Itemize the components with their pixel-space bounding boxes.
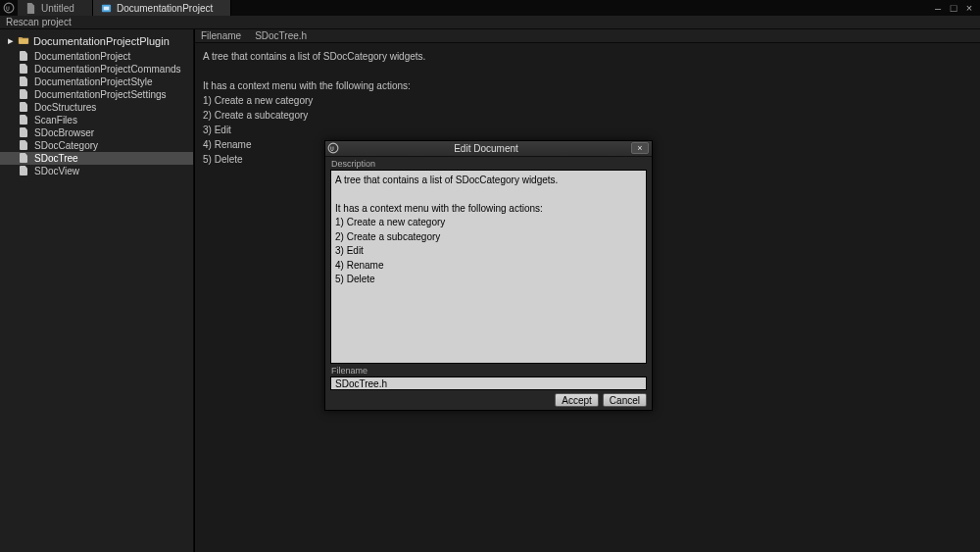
filename-header-label: Filename xyxy=(201,30,241,41)
window-controls: – □ × xyxy=(931,0,980,16)
tree-item[interactable]: DocumentationProject xyxy=(0,50,193,63)
cancel-button[interactable]: Cancel xyxy=(603,393,647,407)
dialog-title: Edit Document xyxy=(341,143,631,154)
file-icon xyxy=(20,64,29,75)
folder-open-icon xyxy=(18,35,29,47)
tree-item-label: ScanFiles xyxy=(34,115,77,125)
rescan-label: Rescan project xyxy=(6,17,72,27)
filename-input[interactable] xyxy=(330,376,647,390)
description-textarea[interactable] xyxy=(330,170,647,364)
tree-item[interactable]: ScanFiles xyxy=(0,114,193,126)
minimize-button[interactable]: – xyxy=(931,2,945,14)
tab-0[interactable]: Untitled xyxy=(18,0,93,16)
plugin-icon xyxy=(101,3,112,14)
tree-item-label: DocumentationProject xyxy=(34,51,130,62)
dialog-title-bar[interactable]: Edit Document × xyxy=(325,141,652,157)
tab-label: Untitled xyxy=(41,3,74,14)
tree-item-label: SDocTree xyxy=(34,153,78,164)
file-icon xyxy=(20,115,29,125)
content-header: Filename SDocTree.h xyxy=(195,29,980,43)
edit-document-dialog: Edit Document × Description Filename Acc… xyxy=(324,140,653,411)
tree-item-label: DocumentationProjectCommands xyxy=(34,64,181,75)
tree-item-label: SDocCategory xyxy=(34,140,98,151)
file-icon xyxy=(20,153,29,164)
tree-item[interactable]: SDocCategory xyxy=(0,139,193,152)
tree-item[interactable]: DocumentationProjectSettings xyxy=(0,88,193,101)
tab-1[interactable]: DocumentationProject xyxy=(93,0,231,16)
file-icon xyxy=(20,51,29,62)
dialog-button-row: Accept Cancel xyxy=(325,390,652,410)
tree-item-label: DocumentationProjectStyle xyxy=(34,76,153,87)
filename-header-value: SDocTree.h xyxy=(255,30,307,41)
tree-item[interactable]: DocumentationProjectCommands xyxy=(0,63,193,75)
svg-rect-2 xyxy=(104,6,110,10)
blank-doc-icon xyxy=(25,3,36,14)
accept-button[interactable]: Accept xyxy=(555,393,599,407)
tree-item[interactable]: DocumentationProjectStyle xyxy=(0,75,193,88)
expand-icon: ▸ xyxy=(8,34,14,47)
tree-item[interactable]: DocStructures xyxy=(0,101,193,114)
tree-item-label: DocStructures xyxy=(34,102,96,113)
tab-label: DocumentationProject xyxy=(117,3,213,14)
filename-label: Filename xyxy=(325,364,652,376)
file-icon xyxy=(20,140,29,151)
tree-item[interactable]: SDocTree xyxy=(0,152,193,165)
tree-item[interactable]: SDocBrowser xyxy=(0,126,193,139)
file-icon xyxy=(20,166,29,176)
dialog-logo-icon xyxy=(325,142,341,154)
maximize-button[interactable]: □ xyxy=(947,2,960,14)
tree-item-label: SDocView xyxy=(34,166,79,176)
tree-root[interactable]: ▸ DocumentationProjectPlugin xyxy=(0,31,193,50)
app-logo-icon xyxy=(0,0,18,16)
tree-item[interactable]: SDocView xyxy=(0,165,193,177)
file-icon xyxy=(20,127,29,138)
dialog-close-button[interactable]: × xyxy=(631,142,649,154)
tree-item-label: DocumentationProjectSettings xyxy=(34,89,167,100)
file-icon xyxy=(20,102,29,113)
file-icon xyxy=(20,76,29,87)
description-label: Description xyxy=(325,157,652,170)
rescan-project-button[interactable]: Rescan project xyxy=(0,16,980,29)
file-icon xyxy=(20,89,29,100)
close-button[interactable]: × xyxy=(962,2,976,14)
title-bar: UntitledDocumentationProject – □ × xyxy=(0,0,980,16)
tree-item-label: SDocBrowser xyxy=(34,127,94,138)
tree-root-label: DocumentationProjectPlugin xyxy=(33,35,170,47)
sidebar: ▸ DocumentationProjectPlugin Documentati… xyxy=(0,29,194,552)
